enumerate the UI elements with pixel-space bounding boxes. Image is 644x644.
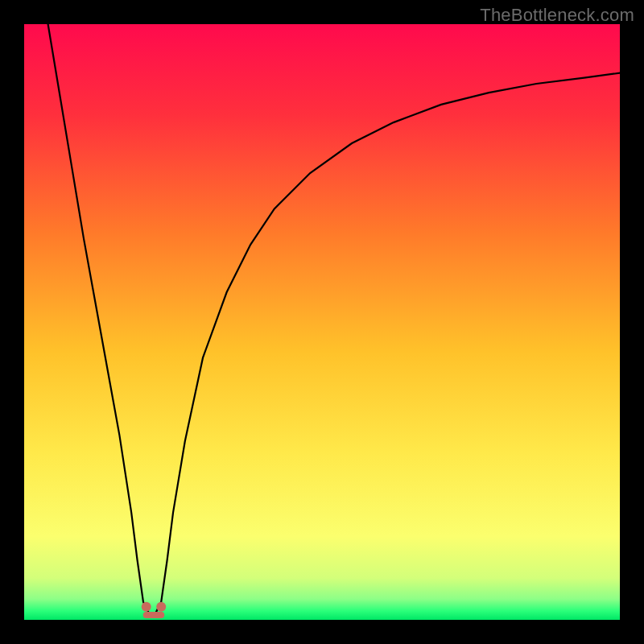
- min-marker-right: [156, 602, 166, 612]
- bottleneck-curve: [48, 24, 620, 614]
- curve-layer: [24, 24, 620, 620]
- chart-frame: TheBottleneck.com: [0, 0, 644, 644]
- min-marker-left: [142, 602, 151, 612]
- watermark-text: TheBottleneck.com: [480, 5, 634, 26]
- plot-area: [24, 24, 620, 620]
